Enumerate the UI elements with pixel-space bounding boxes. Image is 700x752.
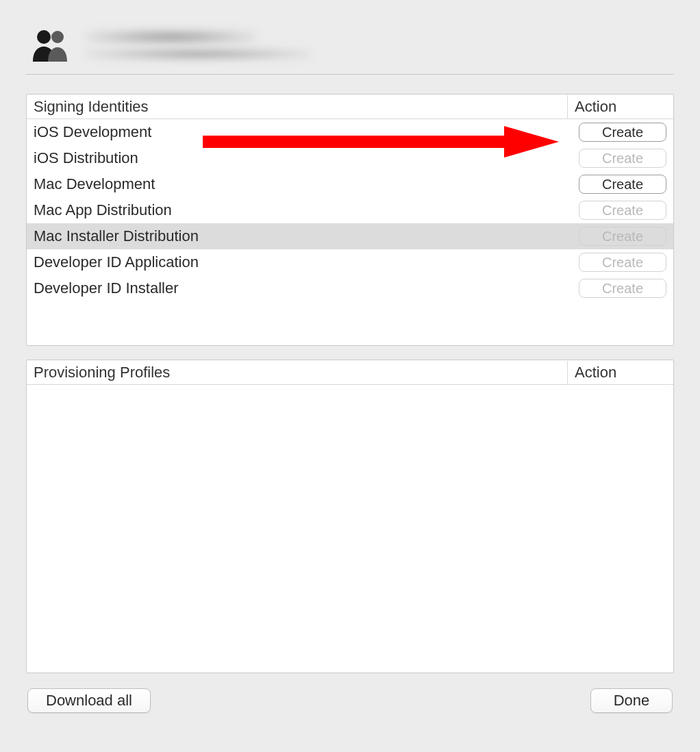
signing-identity-row[interactable]: Mac Installer DistributionCreate bbox=[27, 223, 673, 249]
svg-point-0 bbox=[37, 30, 51, 44]
create-button[interactable]: Create bbox=[579, 123, 666, 142]
signing-identity-label: Developer ID Installer bbox=[34, 279, 567, 297]
signing-identities-header: Signing Identities Action bbox=[27, 95, 673, 119]
signing-identity-label: Developer ID Application bbox=[34, 253, 567, 271]
provisioning-profiles-header: Provisioning Profiles Action bbox=[27, 360, 673, 385]
signing-identity-label: Mac Development bbox=[34, 175, 567, 193]
create-button: Create bbox=[579, 279, 666, 298]
create-button[interactable]: Create bbox=[579, 175, 666, 194]
signing-identity-row[interactable]: Mac App DistributionCreate bbox=[27, 197, 673, 223]
provisioning-profiles-empty bbox=[27, 385, 673, 673]
create-button: Create bbox=[579, 201, 666, 220]
signing-identity-label: Mac Installer Distribution bbox=[34, 227, 567, 245]
account-header bbox=[26, 27, 674, 74]
people-silhouette-icon bbox=[30, 27, 73, 62]
signing-identity-row[interactable]: Developer ID ApplicationCreate bbox=[27, 249, 673, 275]
signing-identity-label: iOS Development bbox=[34, 123, 567, 141]
done-button[interactable]: Done bbox=[590, 688, 673, 713]
create-button: Create bbox=[579, 149, 666, 168]
divider bbox=[26, 74, 674, 75]
svg-point-1 bbox=[51, 31, 64, 43]
signing-identities-panel: Signing Identities Action iOS Developmen… bbox=[26, 94, 674, 346]
create-button: Create bbox=[579, 227, 666, 246]
signing-identity-label: Mac App Distribution bbox=[34, 201, 567, 219]
account-name-redacted bbox=[85, 29, 311, 60]
signing-identity-row[interactable]: iOS DevelopmentCreate bbox=[27, 119, 673, 145]
create-button: Create bbox=[579, 253, 666, 272]
signing-identity-row[interactable]: iOS DistributionCreate bbox=[27, 145, 673, 171]
signing-identity-label: iOS Distribution bbox=[34, 149, 567, 167]
download-all-button[interactable]: Download all bbox=[27, 688, 151, 713]
provisioning-profiles-panel: Provisioning Profiles Action bbox=[26, 360, 674, 673]
action-header-label: Action bbox=[567, 361, 673, 384]
signing-identity-row[interactable]: Developer ID InstallerCreate bbox=[27, 275, 673, 301]
signing-identities-header-label: Signing Identities bbox=[27, 95, 567, 118]
provisioning-profiles-header-label: Provisioning Profiles bbox=[27, 361, 567, 384]
signing-identity-row[interactable]: Mac DevelopmentCreate bbox=[27, 171, 673, 197]
action-header-label: Action bbox=[567, 95, 673, 118]
